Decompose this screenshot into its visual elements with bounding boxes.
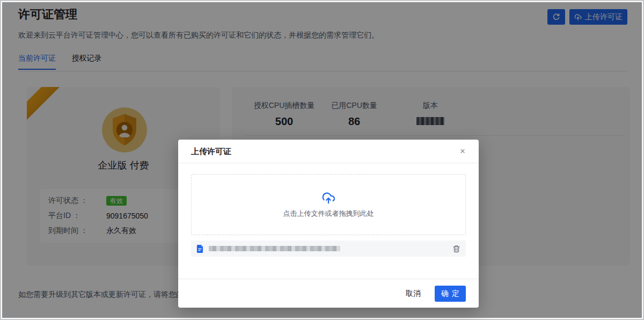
file-name-redacted (209, 246, 340, 251)
trash-icon (452, 245, 460, 253)
uploaded-file-row (191, 241, 466, 257)
modal-footer: 取消 确定 (178, 279, 479, 308)
file-dropzone[interactable]: 点击上传文件或者拖拽到此处 (191, 174, 466, 235)
cancel-button[interactable]: 取消 (401, 286, 425, 302)
delete-file-button[interactable] (452, 245, 460, 253)
close-icon[interactable]: × (456, 145, 469, 158)
confirm-button[interactable]: 确定 (435, 286, 466, 302)
modal-header: 上传许可证 (178, 140, 479, 163)
cloud-upload-icon (321, 191, 335, 205)
modal-title: 上传许可证 (191, 147, 231, 156)
upload-license-modal: 上传许可证 × 点击上传文件或者拖拽到此处 (178, 140, 479, 308)
modal-body: 点击上传文件或者拖拽到此处 (178, 163, 479, 257)
app-window: 许可证管理 欢迎来到云平台许可证管理中心，您可以查看所有已购买的许可证和它们的状… (0, 0, 644, 320)
file-document-icon (196, 245, 203, 253)
dropzone-hint: 点击上传文件或者拖拽到此处 (283, 209, 374, 219)
